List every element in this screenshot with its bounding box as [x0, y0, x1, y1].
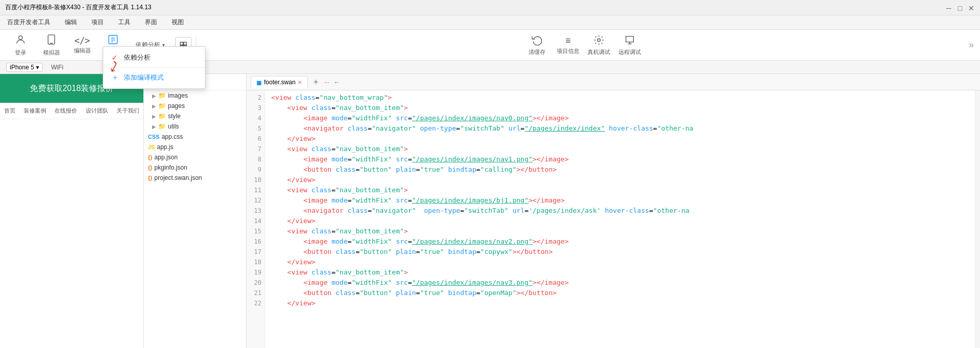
maximize-button[interactable]: □ — [956, 4, 964, 11]
code-line-18[interactable]: </view> — [265, 257, 975, 267]
line-num-4: 4 — [247, 113, 265, 123]
svg-point-11 — [597, 39, 600, 42]
file-app-js[interactable]: JS app.js — [144, 142, 246, 152]
line-num-8: 8 — [247, 154, 265, 164]
file-pkginfo-json[interactable]: {} pkginfo.json — [144, 162, 246, 173]
folder-utils[interactable]: ▶ 📁 utils — [144, 121, 246, 132]
expand-more-icon[interactable]: » — [969, 40, 974, 50]
code-line-17[interactable]: <button class="button" plain="true" bind… — [265, 247, 975, 257]
file-app-js-label: app.js — [157, 143, 173, 151]
code-line-11[interactable]: <view class="nav_bottom_item"> — [265, 185, 975, 195]
line-num-18: 18 — [247, 257, 265, 267]
line-num-12: 12 — [247, 195, 265, 206]
code-line-14[interactable]: </view> — [265, 216, 975, 226]
json-file-icon2: {} — [148, 164, 153, 171]
code-line-19[interactable]: <view class="nav_bottom_item"> — [265, 267, 975, 278]
menu-project[interactable]: 项目 — [88, 17, 107, 28]
line-num-14: 14 — [247, 216, 265, 226]
code-line-6[interactable]: </view> — [265, 134, 975, 144]
tab-more-button[interactable]: ··· — [324, 79, 329, 86]
line-num-17: 17 — [247, 247, 265, 257]
login-button[interactable]: 登录 — [6, 32, 35, 59]
code-line-15[interactable]: <view class="nav_bottom_item"> — [265, 226, 975, 236]
simulator-label: 模拟器 — [43, 49, 60, 57]
editor-button[interactable]: </> 编辑器 — [68, 32, 97, 59]
menu-view[interactable]: 视图 — [168, 17, 187, 28]
menu-tools[interactable]: 工具 — [115, 17, 134, 28]
app-header-text: 免费获取2018装修报价 — [30, 83, 114, 94]
remote-debug-button[interactable]: 远程调试 — [615, 32, 644, 59]
code-line-9[interactable]: <button class="button" plain="true" bind… — [265, 164, 975, 175]
code-line-3[interactable]: <view class="nav_bottom_item"> — [265, 103, 975, 113]
tab-back-button[interactable]: ← — [333, 79, 340, 86]
nav-design[interactable]: 设计团队 — [84, 105, 110, 117]
line-num-6: 6 — [247, 134, 265, 144]
folder-images[interactable]: ▶ 📁 images — [144, 90, 246, 101]
folder-style-label: style — [168, 113, 181, 120]
code-line-12[interactable]: <image mode="widthFix" src="/pages/index… — [265, 195, 975, 206]
json-file-icon: {} — [148, 154, 153, 160]
menu-interface[interactable]: 界面 — [142, 17, 160, 28]
real-debug-label: 真机调试 — [588, 48, 610, 56]
dep-dropdown-add-label: 添加编译模式 — [124, 73, 164, 82]
menu-edit[interactable]: 编辑 — [62, 17, 80, 28]
project-info-button[interactable]: ≡ 项目信息 — [554, 32, 582, 59]
editor-icon: </> — [74, 35, 90, 46]
folder-style[interactable]: ▶ 📁 style — [144, 111, 246, 121]
code-line-21[interactable]: <button class="button" plain="true" bind… — [265, 288, 975, 298]
nav-quote[interactable]: 在线报价 — [52, 105, 79, 117]
device-selector[interactable]: iPhone 5 ▾ — [6, 63, 43, 72]
menu-baidu-devtools[interactable]: 百度开发者工具 — [4, 17, 53, 28]
code-line-8[interactable]: <image mode="widthFix" src="/pages/index… — [265, 154, 975, 164]
window-controls[interactable]: ─ □ ✕ — [945, 4, 975, 11]
minimize-button[interactable]: ─ — [945, 4, 952, 11]
code-lines: <view class="nav_bottom_wrap"> <view cla… — [265, 90, 975, 348]
code-line-20[interactable]: <image mode="widthFix" src="/pages/index… — [265, 278, 975, 288]
file-app-json[interactable]: {} app.json — [144, 152, 246, 162]
clear-cache-button[interactable]: 清缓存 — [523, 32, 552, 59]
editor-tab-footer-swan[interactable]: ◼ footer.swan ✕ — [251, 76, 308, 88]
folder-icon3: 📁 — [158, 113, 166, 120]
tab-close-button[interactable]: ✕ — [297, 79, 302, 86]
code-line-5[interactable]: <navigator class="navigator" open-type="… — [265, 123, 975, 134]
file-app-css-label: app.css — [162, 133, 183, 140]
css-file-icon: CSS — [148, 134, 160, 140]
file-project-swan-json[interactable]: {} project.swan.json — [144, 173, 246, 183]
simulator-panel: 免费获取2018装修报价 首页 装修案例 在线报价 设计团队 关于我们 — [0, 74, 144, 348]
file-pkginfo-label: pkginfo.json — [155, 164, 187, 171]
code-line-2[interactable]: <view class="nav_bottom_wrap"> — [265, 93, 975, 103]
dep-dropdown-add-mode[interactable]: ＋ 添加编译模式 — [103, 69, 205, 86]
folder-pages[interactable]: ▶ 📁 pages — [144, 101, 246, 111]
simulator-button[interactable]: 模拟器 — [37, 32, 66, 59]
file-app-css[interactable]: CSS app.css — [144, 132, 246, 142]
code-line-13[interactable]: <navigator class="navigator" open-type="… — [265, 206, 975, 216]
clear-cache-icon — [532, 34, 543, 47]
clear-cache-label: 清缓存 — [529, 48, 545, 56]
simulator-icon — [46, 34, 57, 48]
code-line-7[interactable]: <view class="nav_bottom_item"> — [265, 144, 975, 154]
folder-collapse-icon3: ▶ — [152, 114, 156, 119]
user-icon — [15, 34, 26, 48]
login-label: 登录 — [15, 49, 26, 57]
code-editor: ◼ footer.swan ✕ ＋ ··· ← 2 3 4 5 6 7 8 9 … — [247, 74, 980, 348]
code-line-10[interactable]: </view> — [265, 175, 975, 185]
file-app-json-label: app.json — [155, 154, 178, 161]
close-button[interactable]: ✕ — [968, 4, 975, 11]
real-debug-icon — [593, 34, 605, 47]
nav-cases[interactable]: 装修案例 — [22, 105, 48, 117]
code-line-16[interactable]: <image mode="widthFix" src="/pages/index… — [265, 236, 975, 247]
project-info-icon: ≡ — [566, 35, 571, 46]
code-line-22[interactable]: </view> — [265, 298, 975, 308]
svg-rect-7 — [180, 42, 183, 45]
real-debug-button[interactable]: 真机调试 — [585, 32, 613, 59]
folder-pages-label: pages — [168, 102, 185, 109]
code-line-4[interactable]: <image mode="widthFix" src="/pages/index… — [265, 113, 975, 123]
editor-label: 编辑器 — [74, 47, 91, 54]
line-num-5: 5 — [247, 123, 265, 134]
nav-about[interactable]: 关于我们 — [115, 105, 141, 117]
line-num-10: 10 — [247, 175, 265, 185]
right-scrollbar[interactable] — [975, 90, 980, 348]
line-num-15: 15 — [247, 226, 265, 236]
nav-home[interactable]: 首页 — [2, 105, 17, 117]
add-tab-button[interactable]: ＋ — [312, 77, 320, 87]
